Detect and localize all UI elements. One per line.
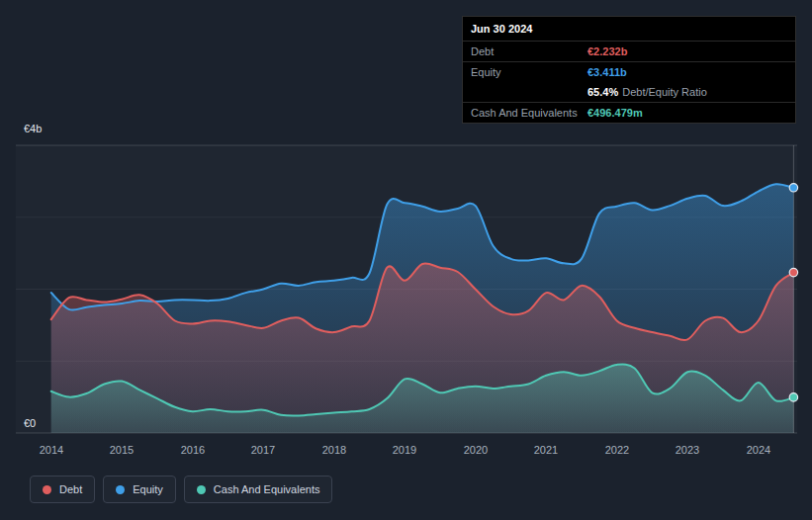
legend-label: Debt [59, 483, 82, 495]
debt-legend-dot-icon [43, 485, 51, 494]
x-axis-label: 2019 [381, 444, 428, 456]
tooltip-cash-label: Cash And Equivalents [471, 106, 587, 120]
x-axis-label: 2020 [452, 444, 499, 456]
x-axis-label: 2017 [239, 444, 287, 456]
cash-and-equivalents-legend-dot-icon [197, 485, 206, 494]
legend-item-equity[interactable]: Equity [103, 476, 176, 503]
equity-end-marker-icon [789, 184, 797, 192]
x-axis-label: 2021 [522, 444, 570, 456]
tooltip-ratio-row: 65.4%Debt/Equity Ratio [463, 82, 795, 102]
x-axis-label: 2014 [28, 444, 75, 456]
chart-tooltip: Jun 30 2024 Debt €2.232b Equity €3.411b … [462, 16, 796, 124]
tooltip-cash-row: Cash And Equivalents €496.479m [463, 102, 795, 123]
x-axis-label: 2024 [735, 444, 782, 456]
tooltip-debt-row: Debt €2.232b [463, 42, 795, 62]
x-axis-label: 2016 [169, 444, 217, 456]
tooltip-equity-value: €3.411b [587, 65, 627, 79]
x-axis-label: 2018 [311, 444, 358, 456]
y-axis-label-top: €4b [24, 123, 42, 134]
cash-and-equivalents-end-marker-icon [789, 393, 797, 401]
equity-legend-dot-icon [116, 485, 125, 494]
tooltip-ratio-label: Debt/Equity Ratio [622, 86, 707, 98]
legend-label: Cash And Equivalents [214, 483, 320, 495]
tooltip-cash-value: €496.479m [587, 106, 643, 120]
legend-label: Equity [133, 483, 163, 495]
chart-legend: DebtEquityCash And Equivalents [30, 476, 332, 503]
tooltip-debt-value: €2.232b [587, 44, 627, 58]
x-axis-label: 2022 [593, 444, 641, 456]
tooltip-equity-label: Equity [471, 65, 587, 79]
legend-item-debt[interactable]: Debt [30, 476, 95, 503]
x-axis-label: 2023 [664, 444, 711, 456]
x-axis-label: 2015 [98, 444, 145, 456]
tooltip-date: Jun 30 2024 [463, 17, 795, 42]
debt-equity-history-chart: €4b €0 201420152016201720182019202020212… [0, 0, 812, 520]
x-axis: 2014201520162017201820192020202120222023… [0, 444, 812, 458]
tooltip-ratio-value: 65.4% [587, 86, 618, 98]
tooltip-equity-row: Equity €3.411b [463, 62, 795, 82]
debt-end-marker-icon [789, 268, 797, 276]
tooltip-debt-label: Debt [471, 44, 587, 58]
y-axis-label-bottom: €0 [24, 417, 36, 429]
legend-item-cash-and-equivalents[interactable]: Cash And Equivalents [184, 476, 333, 503]
